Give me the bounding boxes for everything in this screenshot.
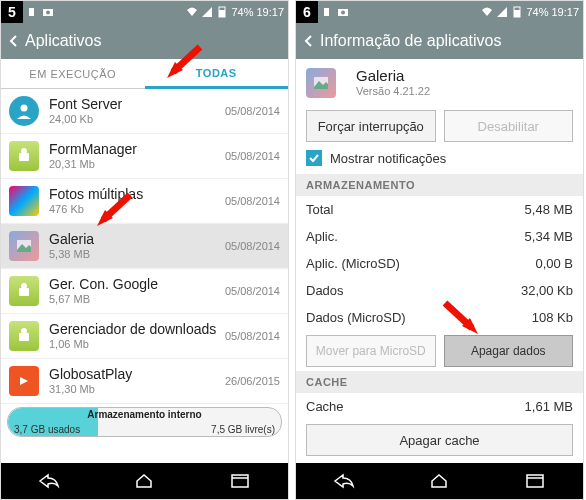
- gallery-icon: [306, 68, 336, 98]
- app-icon: [9, 96, 39, 126]
- svg-rect-6: [19, 153, 29, 161]
- app-date: 05/08/2014: [225, 195, 280, 207]
- usb-icon: [322, 6, 334, 18]
- app-size: 1,06 Mb: [49, 338, 225, 351]
- tab-bar: EM EXECUÇÃO TODAS: [1, 59, 288, 89]
- back-icon[interactable]: [7, 34, 21, 48]
- kv-key: Dados: [306, 283, 344, 298]
- camera-icon: [337, 6, 349, 18]
- annotation-arrow-icon: [440, 298, 480, 338]
- app-name: GlobosatPlay: [49, 366, 225, 383]
- list-item[interactable]: GlobosatPlay31,30 Mb 26/06/2015: [1, 359, 288, 404]
- svg-rect-19: [514, 10, 520, 17]
- svg-point-12: [21, 328, 27, 334]
- kv-key: Cache: [306, 399, 344, 414]
- annotation-arrow-icon: [95, 190, 135, 230]
- app-list-scroll[interactable]: Font Server24,00 Kb 05/08/2014 FormManag…: [1, 89, 288, 463]
- action-bar-title: Informação de aplicativos: [320, 32, 501, 50]
- svg-point-7: [21, 148, 27, 154]
- app-name: Galeria: [49, 231, 225, 248]
- nav-home[interactable]: [419, 469, 459, 493]
- battery-percent: 74%: [231, 6, 253, 18]
- app-size: 5,38 MB: [49, 248, 225, 261]
- nav-recent[interactable]: [515, 469, 555, 493]
- clear-cache-button[interactable]: Apagar cache: [306, 424, 573, 456]
- app-size: 5,67 MB: [49, 293, 225, 306]
- app-size: 20,31 Mb: [49, 158, 225, 171]
- svg-rect-11: [19, 333, 29, 341]
- back-icon[interactable]: [302, 34, 316, 48]
- status-bar: 74% 19:17: [296, 1, 583, 23]
- battery-percent: 74%: [526, 6, 548, 18]
- clear-data-button[interactable]: Apagar dados: [444, 335, 574, 367]
- android-icon: [9, 321, 39, 351]
- tab-running[interactable]: EM EXECUÇÃO: [1, 59, 145, 88]
- clock: 19:17: [551, 6, 579, 18]
- svg-rect-15: [324, 8, 329, 16]
- app-list: Font Server24,00 Kb 05/08/2014 FormManag…: [1, 89, 288, 404]
- signal-icon: [496, 6, 508, 18]
- app-name: Fotos múltiplas: [49, 186, 225, 203]
- move-to-sd-button: Mover para MicroSD: [306, 335, 436, 367]
- camera-icon: [42, 6, 54, 18]
- nav-back[interactable]: [324, 469, 364, 493]
- list-item[interactable]: Ger. Con. Google5,67 MB 05/08/2014: [1, 269, 288, 314]
- kv-key: Dados (MicroSD): [306, 310, 406, 325]
- android-icon: [9, 141, 39, 171]
- gallery-icon: [9, 231, 39, 261]
- force-stop-button[interactable]: Forçar interrupção: [306, 110, 436, 142]
- storage-used: 3,7 GB usados: [14, 424, 80, 435]
- android-icon: [9, 276, 39, 306]
- list-item-galeria[interactable]: Galeria5,38 MB 05/08/2014: [1, 224, 288, 269]
- photos-icon: [9, 186, 39, 216]
- cache-row: Cache1,61 MB: [296, 393, 583, 420]
- annotation-arrow-icon: [165, 42, 205, 82]
- app-size: 24,00 Kb: [49, 113, 225, 126]
- svg-point-10: [21, 283, 27, 289]
- app-date: 05/08/2014: [225, 330, 280, 342]
- app-date: 05/08/2014: [225, 240, 280, 252]
- globosat-icon: [9, 366, 39, 396]
- kv-key: Total: [306, 202, 333, 217]
- app-date: 26/06/2015: [225, 375, 280, 387]
- usb-icon: [27, 6, 39, 18]
- list-item[interactable]: Fotos múltiplas476 Kb 05/08/2014: [1, 179, 288, 224]
- app-info-scroll[interactable]: Galeria Versão 4.21.22 Forçar interrupçã…: [296, 59, 583, 463]
- action-bar-title: Aplicativos: [25, 32, 101, 50]
- nav-home[interactable]: [124, 469, 164, 493]
- disable-button: Desabilitar: [444, 110, 574, 142]
- wifi-icon: [481, 6, 493, 18]
- step-badge: 5: [1, 1, 23, 23]
- show-notifications-checkbox[interactable]: Mostrar notificações: [296, 146, 583, 174]
- clock: 19:17: [256, 6, 284, 18]
- storage-summary: Armazenamento interno 3,7 GB usados 7,5 …: [7, 407, 282, 437]
- app-name: Ger. Con. Google: [49, 276, 225, 293]
- app-info-header: Galeria Versão 4.21.22: [296, 59, 583, 106]
- kv-value: 0,00 B: [535, 256, 573, 271]
- list-item[interactable]: Gerenciador de downloads1,06 Mb 05/08/20…: [1, 314, 288, 359]
- app-info-version: Versão 4.21.22: [356, 85, 430, 98]
- list-item[interactable]: FormManager20,31 Mb 05/08/2014: [1, 134, 288, 179]
- section-cache: CACHE: [296, 371, 583, 393]
- signal-icon: [201, 6, 213, 18]
- nav-recent[interactable]: [220, 469, 260, 493]
- kv-value: 32,00 Kb: [521, 283, 573, 298]
- list-item[interactable]: Font Server24,00 Kb 05/08/2014: [1, 89, 288, 134]
- svg-rect-0: [29, 8, 34, 16]
- svg-rect-21: [527, 475, 543, 487]
- storage-row: Aplic. (MicroSD)0,00 B: [296, 250, 583, 277]
- action-bar[interactable]: Aplicativos: [1, 23, 288, 59]
- app-date: 05/08/2014: [225, 105, 280, 117]
- storage-row: Total5,48 MB: [296, 196, 583, 223]
- kv-value: 5,48 MB: [525, 202, 573, 217]
- app-name: Font Server: [49, 96, 225, 113]
- svg-point-5: [21, 105, 28, 112]
- nav-bar: [296, 463, 583, 499]
- svg-rect-9: [19, 288, 29, 296]
- storage-free: 7,5 GB livre(s): [211, 424, 275, 435]
- nav-back[interactable]: [29, 469, 69, 493]
- action-bar[interactable]: Informação de aplicativos: [296, 23, 583, 59]
- kv-value: 108 Kb: [532, 310, 573, 325]
- app-date: 05/08/2014: [225, 285, 280, 297]
- phone-screenshot-5: 5 74% 19:17 Aplicativos EM EXECUÇÃO TODA…: [0, 0, 289, 500]
